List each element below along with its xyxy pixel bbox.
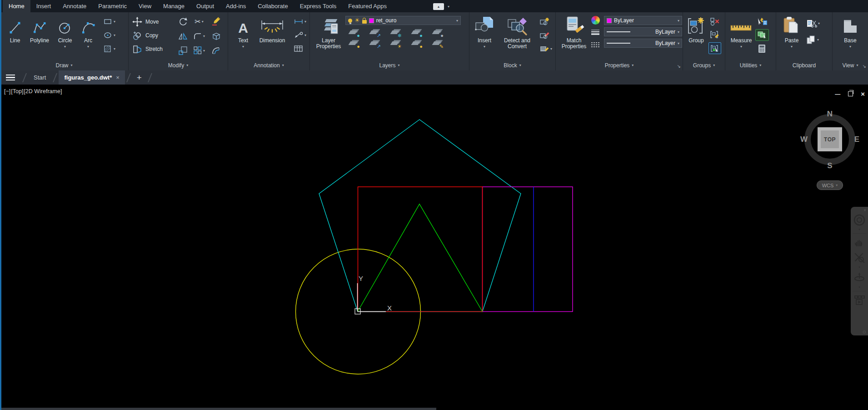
- viewcube-top-face[interactable]: TOP: [818, 127, 842, 151]
- ungroup-button[interactable]: [708, 16, 721, 27]
- file-tabs-menu-button[interactable]: [0, 70, 21, 85]
- drawing-canvas[interactable]: XY [−] [Top] [2D Wireframe] — × N S W E …: [0, 85, 868, 408]
- fillet-button[interactable]: [193, 30, 202, 41]
- explode-button[interactable]: [211, 30, 221, 41]
- line-button[interactable]: Line: [5, 12, 25, 44]
- steering-wheel-caret[interactable]: ▾: [851, 228, 868, 232]
- edit-block-button[interactable]: [539, 30, 549, 40]
- ellipse-tool-button[interactable]: [104, 30, 113, 40]
- cut-caret[interactable]: ▾: [818, 21, 820, 25]
- move-button[interactable]: Move: [132, 16, 176, 28]
- shape-zigzag-green[interactable]: [358, 204, 483, 312]
- erase-button[interactable]: [211, 16, 221, 27]
- orbit-button[interactable]: [851, 270, 868, 285]
- layer-on-icon[interactable]: [348, 19, 352, 23]
- layer-unisolate-button[interactable]: ↗: [369, 40, 380, 48]
- cut-button[interactable]: [806, 18, 817, 29]
- steering-wheel-button[interactable]: [851, 212, 868, 228]
- edit-attributes-button[interactable]: [539, 43, 549, 54]
- dim-linear-button[interactable]: [294, 16, 304, 27]
- pan-button[interactable]: [851, 235, 868, 250]
- insert-button[interactable]: Insert ▾: [473, 12, 496, 50]
- arc-button[interactable]: Arc ▾: [77, 12, 99, 50]
- copy-clip-caret[interactable]: ▾: [817, 38, 819, 42]
- dim-linear-caret[interactable]: ▾: [304, 20, 306, 24]
- table-button[interactable]: [294, 43, 304, 54]
- paste-caret[interactable]: ▾: [791, 44, 793, 50]
- ribbon-collapse-button[interactable]: ▲: [433, 3, 444, 10]
- ribbon-collapse-options-caret[interactable]: ▾: [448, 5, 449, 9]
- layer-thaw-all-button[interactable]: ☀: [390, 40, 401, 48]
- restore-window-icon[interactable]: [848, 91, 853, 96]
- leader-button[interactable]: [294, 30, 304, 40]
- dimension-button[interactable]: Dimension: [254, 12, 290, 44]
- viewcube-east[interactable]: E: [854, 135, 859, 144]
- panel-title-utilities[interactable]: Utilities▾: [725, 60, 776, 70]
- trim-caret[interactable]: ▾: [202, 20, 204, 24]
- group-selection-toggle[interactable]: [708, 42, 721, 54]
- shape-pentagon-cyan[interactable]: [319, 120, 521, 312]
- ribbon-tab-home[interactable]: Home: [3, 0, 30, 12]
- close-drawing-icon[interactable]: ×: [116, 74, 120, 81]
- copy-button[interactable]: Copy: [132, 30, 176, 41]
- ribbon-tab-insert[interactable]: Insert: [30, 0, 57, 12]
- lineweight-dropdown[interactable]: ByLayer ▾: [604, 27, 682, 36]
- arc-caret[interactable]: ▾: [87, 44, 89, 50]
- measure-caret[interactable]: ▾: [740, 44, 742, 50]
- linetype-icon[interactable]: [590, 41, 600, 49]
- insert-caret[interactable]: ▾: [484, 44, 485, 50]
- wcs-menu[interactable]: WCS ▾: [817, 180, 843, 190]
- properties-dialog-launcher[interactable]: ↘: [677, 64, 681, 69]
- close-window-icon[interactable]: ×: [861, 90, 865, 98]
- shape-rect-magenta[interactable]: [483, 187, 573, 312]
- layer-make-current-button[interactable]: ●: [432, 29, 443, 37]
- edit-attributes-caret[interactable]: ▾: [550, 47, 552, 51]
- navbar-collapse-icon[interactable]: ⊖: [863, 330, 866, 335]
- rectangle-tool-button[interactable]: [104, 16, 113, 27]
- file-tab-active-drawing[interactable]: figuras_geo.dwt* ×: [59, 70, 125, 85]
- circle-caret[interactable]: ▾: [64, 44, 66, 50]
- leader-caret[interactable]: ▾: [304, 33, 306, 37]
- offset-button[interactable]: [211, 45, 221, 56]
- ribbon-tab-add-ins[interactable]: Add-ins: [220, 0, 252, 12]
- layer-dropdown[interactable]: ☀ ret_ouro ▾: [345, 16, 461, 25]
- layer-properties-button[interactable]: Layer Properties: [314, 12, 344, 50]
- layer-turn-on-all-button[interactable]: ●: [348, 40, 359, 48]
- paste-button[interactable]: Paste ▾: [780, 12, 803, 50]
- minimize-window-icon[interactable]: —: [835, 91, 840, 97]
- viewcube-west[interactable]: W: [800, 135, 808, 144]
- layer-color-swatch[interactable]: [369, 18, 374, 23]
- copy-clip-button[interactable]: [806, 34, 816, 45]
- layer-lock-button[interactable]: ●: [411, 29, 422, 37]
- ribbon-tab-view[interactable]: View: [133, 0, 157, 12]
- layer-thaw-icon[interactable]: ☀: [354, 18, 360, 23]
- layer-unlocked-icon[interactable]: [362, 20, 367, 24]
- panel-title-layers[interactable]: Layers▾: [310, 60, 469, 70]
- ribbon-tab-featured-apps[interactable]: Featured Apps: [342, 0, 393, 12]
- hatch-tool-button[interactable]: [104, 43, 113, 54]
- hatch-caret[interactable]: ▾: [114, 47, 115, 51]
- group-edit-button[interactable]: [708, 29, 721, 40]
- navbar-close-icon[interactable]: ×: [863, 208, 866, 213]
- linetype-dropdown[interactable]: ByLayer ▾: [604, 39, 682, 48]
- measure-button[interactable]: Measure ▾: [728, 12, 754, 50]
- base-button[interactable]: Base ▾: [838, 12, 863, 50]
- array-button[interactable]: [193, 45, 202, 56]
- orbit-caret[interactable]: ▾: [851, 285, 868, 290]
- panel-title-block[interactable]: Block▾: [469, 60, 555, 70]
- ribbon-tab-manage[interactable]: Manage: [157, 0, 190, 12]
- polyline-button[interactable]: Polyline: [26, 12, 53, 44]
- rectangle-caret[interactable]: ▾: [114, 20, 115, 24]
- panel-title-groups[interactable]: Groups▾: [683, 60, 725, 70]
- group-button[interactable]: Group: [686, 12, 707, 44]
- showmotion-button[interactable]: [851, 292, 868, 308]
- layer-dropdown-caret[interactable]: ▾: [456, 19, 458, 23]
- base-caret[interactable]: ▾: [849, 44, 851, 50]
- trim-button[interactable]: ✂: [195, 16, 200, 27]
- selection-highlight-toggle[interactable]: [755, 29, 769, 41]
- match-properties-button[interactable]: Match Properties: [559, 12, 589, 50]
- panel-title-modify[interactable]: Modify▾: [129, 60, 228, 70]
- text-button[interactable]: A Text ▾: [234, 12, 253, 50]
- lineweight-icon[interactable]: [590, 29, 600, 37]
- viewport-view-control[interactable]: [Top]: [11, 88, 23, 95]
